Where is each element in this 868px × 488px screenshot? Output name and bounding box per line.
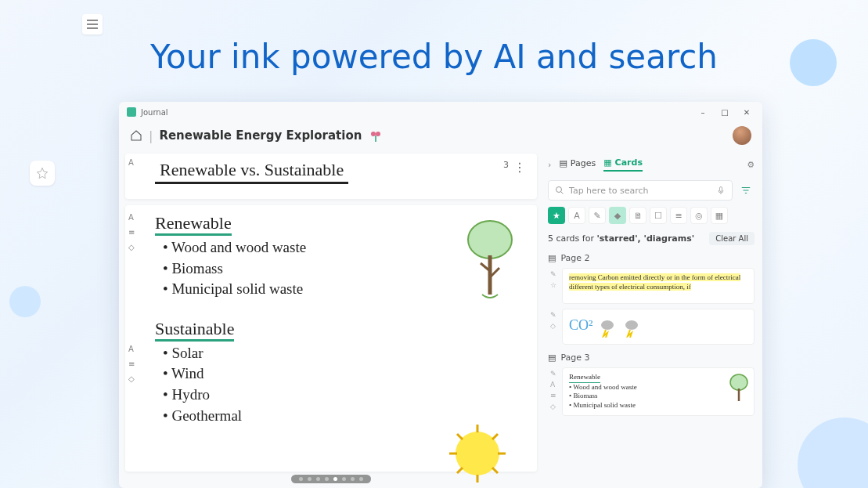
- list-item: Wood and wood waste: [163, 237, 507, 258]
- home-icon[interactable]: [130, 129, 142, 142]
- tab-pages[interactable]: ▤ Pages: [559, 158, 596, 171]
- pages-icon: ▤: [559, 158, 567, 168]
- sun-drawing-icon: [430, 418, 517, 488]
- card-gutter: A ≡ ◇: [128, 213, 135, 251]
- note-title: Renewable vs. Sustainable: [155, 160, 348, 184]
- chip-calendar[interactable]: ▦: [711, 207, 728, 224]
- page-count-badge: 3: [503, 160, 509, 170]
- chip-shape[interactable]: ◆: [609, 207, 626, 224]
- card-gutter: A: [128, 158, 134, 167]
- tag-icon[interactable]: ◇: [128, 243, 135, 251]
- pen-icon: ✎: [550, 311, 556, 319]
- titlebar: Journal – □ ✕: [119, 102, 762, 122]
- list-item: Biomass: [163, 258, 507, 280]
- pen-icon: ✎: [550, 370, 556, 378]
- tag-icon[interactable]: ◇: [128, 374, 135, 383]
- chip-note[interactable]: ☐: [650, 207, 667, 224]
- text-icon[interactable]: A: [128, 213, 135, 222]
- page-group-label[interactable]: ▤ Page 3: [548, 352, 755, 363]
- svg-point-7: [625, 320, 638, 330]
- chip-text[interactable]: A: [568, 207, 585, 224]
- note-body-card[interactable]: A ≡ ◇ A ≡ ◇ Renewable Wood and wood wast…: [125, 205, 537, 472]
- card-thumbnail[interactable]: ✎☆ removing Carbon emitted directly or i…: [562, 268, 755, 304]
- storm-cloud-icon: [624, 319, 646, 338]
- flower-emoji-icon: [369, 130, 382, 143]
- marketing-headline: Your ink powered by AI and search: [0, 38, 868, 76]
- tag-icon: ◇: [550, 403, 556, 410]
- window-maximize-button[interactable]: □: [714, 104, 736, 120]
- user-avatar[interactable]: [733, 126, 751, 145]
- list-icon: ≡: [550, 392, 556, 399]
- note-title-card[interactable]: A 3 ⋮ Renewable vs. Sustainable: [125, 154, 537, 199]
- breadcrumb-divider: |: [149, 128, 153, 143]
- card-thumbnail[interactable]: ✎◇ CO²: [562, 309, 755, 345]
- list-item: Municipal solid waste: [163, 279, 507, 300]
- thumb-heading: Renewable: [569, 373, 600, 383]
- co2-text: CO²: [569, 317, 592, 334]
- app-icon: [127, 107, 136, 117]
- hamburger-button[interactable]: [82, 14, 103, 34]
- svg-point-2: [468, 221, 512, 258]
- page-icon: ▤: [548, 253, 556, 263]
- search-icon: [555, 186, 564, 195]
- chip-doc[interactable]: 🗎: [629, 207, 646, 224]
- window-minimize-button[interactable]: –: [692, 104, 714, 120]
- tree-drawing-icon: [727, 373, 751, 404]
- storm-cloud-icon: [600, 319, 621, 338]
- section-heading-renewable: Renewable: [155, 213, 232, 236]
- search-placeholder: Tap here to search: [569, 186, 648, 196]
- svg-point-8: [730, 374, 747, 390]
- chip-image[interactable]: ◎: [690, 207, 708, 224]
- page-indicator[interactable]: [291, 475, 371, 483]
- tab-cards[interactable]: ▦ Cards: [603, 157, 643, 172]
- chip-list[interactable]: ≡: [670, 207, 687, 224]
- chip-pen[interactable]: ✎: [589, 207, 606, 224]
- filter-chip-row: ★ A ✎ ◆ 🗎 ☐ ≡ ◎ ▦: [548, 207, 755, 224]
- sustainable-list: Solar Wind Hydro Geothermal: [163, 343, 507, 426]
- mic-icon[interactable]: [716, 186, 726, 195]
- card-more-icon[interactable]: ⋮: [513, 160, 526, 175]
- page-group-label[interactable]: ▤ Page 2: [548, 253, 755, 263]
- text-icon[interactable]: A: [128, 345, 135, 353]
- svg-rect-5: [720, 187, 722, 192]
- tag-icon: ◇: [550, 322, 556, 330]
- cards-icon: ▦: [603, 157, 611, 168]
- clear-all-button[interactable]: Clear All: [709, 232, 755, 245]
- search-input[interactable]: Tap here to search: [548, 180, 733, 201]
- app-name: Journal: [141, 108, 168, 117]
- list-icon[interactable]: ≡: [128, 228, 135, 237]
- page-icon: ▤: [548, 352, 556, 363]
- canvas-area: A 3 ⋮ Renewable vs. Sustainable A ≡ ◇ A …: [119, 149, 543, 488]
- renewable-list: Wood and wood waste Biomass Municipal so…: [163, 237, 507, 300]
- collapse-chevron-icon[interactable]: ›: [548, 160, 551, 170]
- list-item: Wind: [163, 363, 507, 385]
- highlighted-text: removing Carbon emitted directly or in t…: [569, 273, 740, 291]
- pen-icon: ✎: [550, 270, 556, 278]
- app-window: Journal – □ ✕ | Renewable Energy Explora…: [119, 102, 762, 488]
- star-icon: ☆: [550, 281, 556, 289]
- list-item: Solar: [163, 343, 507, 364]
- card-gutter: A ≡ ◇: [128, 345, 135, 383]
- svg-point-1: [376, 132, 380, 136]
- favorite-star-button[interactable]: [30, 161, 55, 186]
- filter-button[interactable]: [737, 180, 755, 201]
- side-panel: › ▤ Pages ▦ Cards ⚙ Tap here to search: [543, 149, 762, 488]
- header-row: | Renewable Energy Exploration: [119, 122, 762, 149]
- list-item: Hydro: [163, 385, 507, 406]
- window-close-button[interactable]: ✕: [736, 104, 758, 120]
- section-heading-sustainable: Sustainable: [155, 319, 234, 342]
- results-summary: 5 cards for 'starred', 'diagrams': [548, 233, 694, 244]
- svg-point-0: [371, 132, 376, 136]
- text-icon: A: [550, 381, 556, 389]
- svg-point-6: [601, 320, 614, 330]
- list-icon[interactable]: ≡: [128, 360, 135, 368]
- svg-point-4: [556, 187, 562, 193]
- tree-drawing-icon: [459, 216, 521, 310]
- text-icon[interactable]: A: [128, 158, 134, 167]
- panel-settings-icon[interactable]: ⚙: [747, 160, 755, 170]
- journal-title[interactable]: Renewable Energy Exploration: [159, 128, 726, 143]
- card-thumbnail[interactable]: ✎A≡◇ Renewable • Wood and wood waste • B…: [562, 367, 755, 416]
- chip-starred[interactable]: ★: [548, 207, 565, 224]
